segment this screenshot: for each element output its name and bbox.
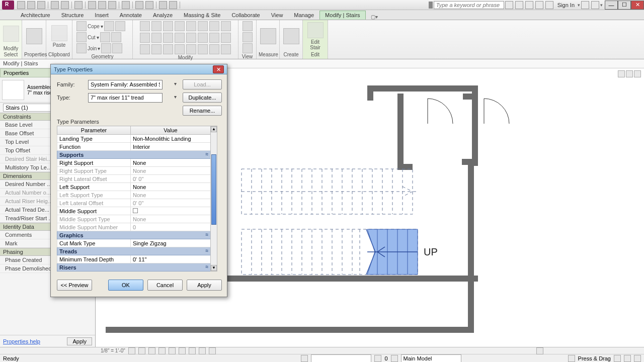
family-select[interactable]: [88, 80, 163, 89]
grp-icon[interactable]: [198, 33, 208, 43]
trim2-icon[interactable]: [175, 21, 185, 31]
help-icon[interactable]: [591, 1, 599, 9]
split2-icon[interactable]: [186, 21, 196, 31]
search-go-icon[interactable]: [505, 1, 513, 9]
properties-help-link[interactable]: Properties help: [3, 338, 40, 344]
param-group-header[interactable]: Risers: [57, 263, 211, 272]
editable-only-icon[interactable]: [374, 355, 381, 362]
ungrp-icon[interactable]: [209, 33, 219, 43]
view-scale[interactable]: 1/8" = 1'-0": [101, 348, 125, 353]
type-preview-icon[interactable]: [2, 80, 24, 100]
wall-icon[interactable]: [111, 32, 121, 42]
param-value[interactable]: None: [131, 159, 211, 167]
open-icon[interactable]: [17, 1, 25, 9]
exchange-icon[interactable]: [581, 1, 589, 9]
sb-extra1-icon[interactable]: [614, 355, 621, 362]
tab-architecture[interactable]: Architecture: [15, 11, 56, 20]
copy-icon[interactable]: [151, 21, 162, 31]
split-icon[interactable]: [100, 32, 110, 42]
user-icon[interactable]: [545, 1, 553, 9]
ok-button[interactable]: OK: [108, 280, 143, 291]
dialog-close-button[interactable]: ✕: [213, 65, 224, 73]
edit-stair-icon[interactable]: [307, 22, 324, 38]
minimize-button[interactable]: —: [605, 1, 618, 10]
scale-icon[interactable]: [163, 33, 173, 43]
tab-structure[interactable]: Structure: [56, 11, 90, 20]
mirror-icon[interactable]: [140, 33, 150, 43]
checkbox-icon[interactable]: [133, 208, 138, 213]
param-value[interactable]: None: [131, 167, 211, 175]
undo-icon[interactable]: [51, 1, 59, 9]
sb-extra2-icon[interactable]: [624, 355, 631, 362]
type-parameters-table[interactable]: Parameter Value Landing TypeNon-Monolith…: [57, 126, 211, 272]
tab-modify-stairs[interactable]: Modify | Stairs: [319, 11, 366, 20]
scroll-up-icon[interactable]: ▲: [211, 126, 217, 132]
param-group-header[interactable]: Treads: [57, 247, 211, 255]
align-icon[interactable]: [209, 21, 219, 31]
param-value[interactable]: Non-Monolithic Landing: [131, 135, 211, 143]
create-icon[interactable]: [283, 28, 299, 44]
search-input[interactable]: [434, 1, 504, 9]
rename-button[interactable]: Rename...: [183, 106, 222, 116]
duplicate-button[interactable]: Duplicate...: [183, 93, 222, 103]
view2-icon[interactable]: [243, 32, 253, 42]
closewin-icon[interactable]: [159, 1, 167, 9]
param-value[interactable]: 0' 11": [131, 255, 211, 263]
crop-icon[interactable]: [169, 347, 176, 354]
view1-icon[interactable]: [243, 21, 253, 31]
join-icon[interactable]: [76, 43, 87, 53]
reveal-icon[interactable]: [199, 347, 206, 354]
param-value[interactable]: None: [131, 191, 211, 199]
dialog-apply-button[interactable]: Apply: [187, 280, 222, 291]
workset-select[interactable]: [311, 354, 371, 362]
rotate-icon[interactable]: [163, 21, 173, 31]
ex3-icon[interactable]: [163, 44, 173, 54]
workset-icon[interactable]: [301, 355, 308, 362]
shadows-icon[interactable]: [158, 347, 166, 354]
ex8-icon[interactable]: [221, 44, 231, 54]
filter-icon[interactable]: [391, 355, 398, 362]
canvas-tool1-icon[interactable]: [618, 70, 625, 77]
print-icon[interactable]: [74, 1, 83, 9]
tab-massing-site[interactable]: Massing & Site: [178, 11, 226, 20]
param-value[interactable]: Single Zigzag: [131, 239, 211, 247]
param-value[interactable]: None: [131, 215, 211, 223]
text-icon[interactable]: [108, 1, 116, 9]
communication-center-icon[interactable]: [515, 1, 523, 9]
param-value[interactable]: None: [131, 183, 211, 191]
cancel-button[interactable]: Cancel: [147, 280, 183, 291]
param-value[interactable]: 0' 0": [131, 199, 211, 207]
redo-icon[interactable]: [61, 1, 69, 9]
app-menu-button[interactable]: [2, 1, 14, 10]
pin-icon[interactable]: [175, 33, 185, 43]
sb-extra3-icon[interactable]: [634, 355, 641, 362]
cropregion-icon[interactable]: [179, 347, 186, 354]
param-value[interactable]: [131, 207, 211, 215]
param-value[interactable]: 0' 0": [131, 175, 211, 183]
canvas-tool2-icon[interactable]: [626, 70, 633, 77]
modify-tool-icon[interactable]: [3, 26, 19, 42]
paste-icon[interactable]: [51, 25, 67, 41]
ex6-icon[interactable]: [198, 44, 208, 54]
switchwin-icon[interactable]: [169, 1, 177, 9]
viewbar-right-icon[interactable]: [536, 347, 543, 354]
mirror2-icon[interactable]: [151, 33, 162, 43]
sign-in-link[interactable]: Sign In: [557, 2, 575, 8]
cope-icon[interactable]: [76, 21, 87, 31]
ribbon-expand-icon[interactable]: ▢▾: [371, 14, 378, 20]
table-scrollbar[interactable]: ▲ ▼: [210, 126, 217, 272]
offset-icon[interactable]: [221, 21, 231, 31]
view3-icon[interactable]: [243, 43, 253, 53]
close-button[interactable]: ✕: [631, 1, 644, 10]
ex2-icon[interactable]: [151, 44, 162, 54]
tab-collaborate[interactable]: Collaborate: [226, 11, 265, 20]
notch-icon[interactable]: [104, 21, 114, 31]
delete-icon[interactable]: [221, 33, 231, 43]
demolish-icon[interactable]: [112, 43, 122, 53]
trim-icon[interactable]: [115, 21, 125, 31]
param-group-header[interactable]: Supports: [57, 151, 211, 159]
unpin-icon[interactable]: [186, 33, 196, 43]
tab-view[interactable]: View: [266, 11, 289, 20]
param-group-header[interactable]: Graphics: [57, 231, 211, 239]
dialog-titlebar[interactable]: Type Properties ✕: [51, 64, 227, 74]
